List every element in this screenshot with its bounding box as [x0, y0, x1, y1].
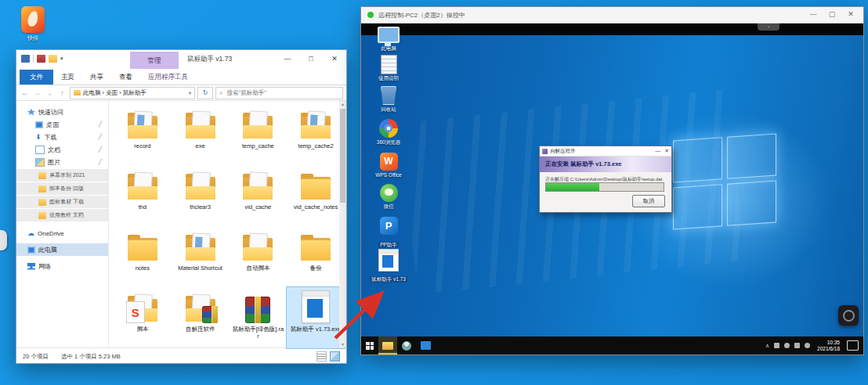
file-item[interactable]: temp_cache — [230, 104, 288, 165]
file-item[interactable]: 自动脚本 — [230, 226, 288, 287]
dialog-minimize-button[interactable]: — — [655, 147, 660, 155]
toolbar-pull-tab[interactable]: ⌄ — [758, 23, 779, 31]
sidebar-label: OneDrive — [38, 230, 64, 237]
file-list-pane: record exe temp_cache temp_cache2 thd — [109, 101, 346, 347]
back-icon[interactable]: ← — [20, 89, 30, 97]
qat-dropdown-icon[interactable]: ▾ — [60, 56, 63, 62]
sidebar-item-pictures[interactable]: 图片 ╱ — [16, 156, 108, 168]
dialog-titlebar: 自解压程序 — ✕ — [540, 146, 671, 157]
desktop-icon-mouse-helper[interactable]: 鼠标助手 v1.73 — [366, 250, 411, 284]
file-item[interactable]: record — [114, 104, 172, 165]
remote-desktop[interactable]: 自解压程序 — ✕ 正在安装 鼠标助手 v1.73.exe 正在解压缩 C:\U… — [361, 35, 863, 337]
tray-expand-icon[interactable]: ∧ — [765, 343, 769, 349]
navigation-pane: 快速访问 桌面 ╱ ⬇ 下载 ╱ 文档 ╱ 图片 ╱ — [16, 101, 109, 347]
sidebar-item-network[interactable]: 网络 — [16, 260, 108, 272]
taskbar-people[interactable] — [397, 336, 416, 354]
wps-icon: W — [380, 153, 398, 171]
sidebar-label: 屏幕录制 2021 — [49, 171, 85, 179]
maximize-button[interactable]: ▢ — [823, 7, 841, 22]
folder-icon — [298, 232, 333, 262]
scroll-up-icon[interactable]: ▲ — [339, 102, 346, 106]
tray-icon[interactable] — [784, 343, 790, 348]
desktop-icon-wechat[interactable]: 微信 — [366, 182, 411, 209]
file-item[interactable]: 自解压软件 — [172, 287, 230, 348]
recent-locations-icon[interactable]: ⌄ — [45, 89, 55, 97]
tab-share[interactable]: 共享 — [82, 70, 111, 85]
properties-icon[interactable] — [37, 55, 45, 63]
sidebar-item-onedrive[interactable]: ☁ OneDrive — [16, 227, 108, 239]
pictures-icon — [35, 158, 45, 167]
search-input[interactable] — [225, 88, 339, 97]
sidebar-label: 文档 — [48, 146, 60, 154]
tab-home[interactable]: 主页 — [53, 70, 82, 85]
tab-file[interactable]: 文件 — [20, 70, 53, 85]
search-box[interactable]: ⌕ — [215, 87, 343, 99]
close-button[interactable]: ✕ — [841, 7, 860, 22]
dialog-body-text: 正在解压缩 C:\Users\Admin\Desktop\鼠标助手\setup.… — [540, 172, 671, 183]
breadcrumb[interactable]: 此电脑 › 桌面 › 鼠标助手 ▾ — [70, 87, 195, 99]
tray-icon[interactable] — [805, 343, 810, 348]
file-item[interactable]: notes — [114, 226, 172, 287]
sidebar-item-downloads[interactable]: ⬇ 下载 ╱ — [16, 131, 108, 143]
file-item[interactable]: 鼠标助手[绿色版].rar — [230, 287, 288, 348]
scrollbar[interactable]: ▲ ▼ — [339, 101, 346, 347]
windows-logo — [673, 133, 776, 229]
desktop-icon-pp[interactable]: P PP助手 — [366, 215, 411, 250]
winrar-icon — [202, 306, 218, 323]
sidebar-recent-folder[interactable]: 脚本备份 旧版 — [16, 182, 108, 195]
file-item[interactable]: thclear3 — [172, 165, 230, 226]
sidebar-item-this-pc[interactable]: 此电脑 — [16, 243, 108, 256]
scrollbar-thumb[interactable] — [340, 109, 345, 203]
desktop-icon-recycle-bin[interactable]: 回收站 — [366, 85, 411, 112]
host-desktop-shortcut[interactable]: 快传 — [16, 6, 50, 42]
desktop-icon-readme[interactable]: 使用说明 — [366, 54, 411, 81]
minimize-button[interactable]: — — [804, 7, 823, 22]
start-button[interactable] — [361, 336, 378, 354]
edge-handle[interactable] — [0, 230, 7, 250]
file-item[interactable]: 备份 — [287, 226, 345, 287]
up-icon[interactable]: ↑ — [57, 89, 67, 97]
file-item[interactable]: thd — [114, 165, 172, 226]
action-center-icon[interactable] — [847, 340, 859, 351]
sidebar-recent-folder[interactable]: 屏幕录制 2021 — [16, 169, 108, 182]
scroll-down-icon[interactable]: ▼ — [339, 342, 346, 347]
file-item[interactable]: S 脚本 — [114, 287, 172, 348]
maximize-button[interactable]: □ — [299, 50, 323, 67]
manage-contextual-tab[interactable]: 管理 — [130, 52, 179, 69]
file-item[interactable]: Material Shortcut — [172, 226, 230, 287]
sidebar-recent-folder[interactable]: 图标素材 下载 — [16, 196, 108, 208]
taskbar-app[interactable] — [416, 336, 435, 354]
file-name: 自解压软件 — [186, 326, 215, 333]
desktop-icon-this-pc[interactable]: 此电脑 — [366, 24, 411, 51]
tab-app-tools[interactable]: 应用程序工具 — [140, 70, 196, 85]
sidebar-item-documents[interactable]: 文档 ╱ — [16, 143, 108, 156]
thumbnail-view-icon[interactable] — [330, 351, 340, 362]
forward-icon[interactable]: → — [32, 89, 42, 97]
tray-icon[interactable] — [774, 343, 779, 348]
desktop-icon-wps[interactable]: W WPS Office — [366, 151, 411, 178]
taskbar-clock[interactable]: 10:35 2021/6/18 — [815, 340, 842, 351]
close-button[interactable]: ✕ — [323, 50, 346, 67]
tray-icon[interactable] — [794, 343, 800, 348]
sidebar-item-desktop[interactable]: 桌面 ╱ — [16, 118, 108, 131]
file-item[interactable]: exe — [172, 104, 230, 165]
file-item-selected[interactable]: 鼠标助手 v1.73.exe — [287, 287, 345, 348]
minimize-button[interactable]: — — [276, 50, 299, 67]
dialog-close-button[interactable]: ✕ — [664, 147, 669, 155]
file-item[interactable]: vid_cache — [230, 165, 288, 226]
file-item[interactable]: temp_cache2 — [287, 104, 345, 165]
remote-floating-widget[interactable] — [838, 305, 859, 326]
tab-view[interactable]: 查看 — [111, 70, 140, 85]
sidebar-label: 图标素材 下载 — [49, 198, 84, 206]
cancel-button[interactable]: 取消 — [632, 195, 665, 207]
sidebar-recent-folder[interactable]: 使用教程 文档 — [16, 209, 108, 221]
desktop-icon-browser[interactable]: 360浏览器 — [366, 118, 411, 145]
taskbar-file-explorer[interactable] — [378, 336, 397, 354]
chevron-down-icon[interactable]: ▾ — [189, 90, 191, 95]
sidebar-item-quick-access[interactable]: 快速访问 — [16, 106, 108, 118]
details-view-icon[interactable] — [316, 351, 327, 362]
sidebar-label: 快速访问 — [38, 108, 63, 117]
file-item[interactable]: vid_cache_notes — [287, 165, 345, 226]
refresh-button[interactable]: ↻ — [197, 87, 213, 99]
new-folder-icon[interactable] — [49, 55, 57, 63]
